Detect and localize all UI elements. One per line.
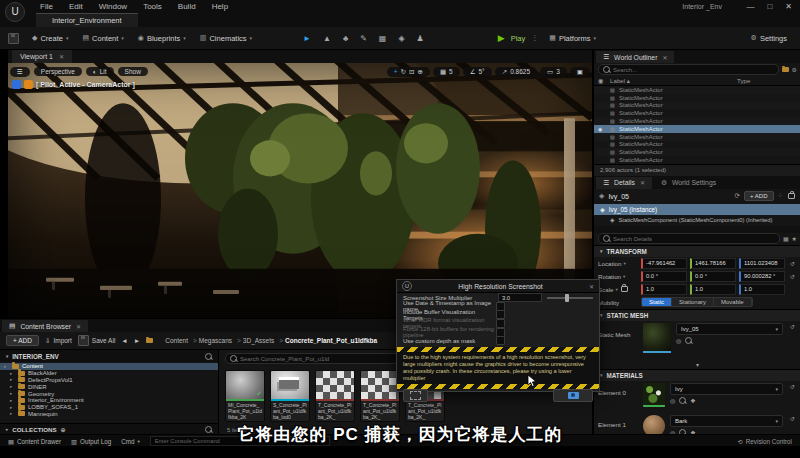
- location-x-field[interactable]: -47.961462: [641, 258, 687, 269]
- tab-level[interactable]: Interior_Environment: [36, 13, 138, 27]
- blueprints-button[interactable]: ◉Blueprints▾: [133, 32, 191, 45]
- platforms-button[interactable]: ▦Platforms▾: [544, 32, 601, 45]
- play-icon[interactable]: ▶: [498, 33, 505, 43]
- component-row-instance[interactable]: ◈Ivy_05 (Instance): [594, 204, 800, 215]
- section-transform[interactable]: ▾TRANSFORM: [594, 245, 800, 257]
- new-folder-icon[interactable]: [782, 67, 789, 72]
- mobility-option-button[interactable]: Movable: [714, 298, 752, 306]
- tab-viewport-1[interactable]: Viewport 1✕: [12, 50, 72, 63]
- add-button[interactable]: + ADD: [6, 335, 39, 346]
- menu-item[interactable]: Tools: [135, 2, 170, 11]
- cinematics-button[interactable]: ▥Cinematics▾: [195, 32, 257, 45]
- expander-icon[interactable]: ▸: [10, 405, 15, 410]
- lit-button[interactable]: ◐ Lit: [86, 67, 114, 76]
- import-button[interactable]: ⇩Import: [45, 337, 72, 345]
- save-icon[interactable]: [8, 33, 19, 44]
- reset-material-0-icon[interactable]: ↺: [788, 383, 797, 411]
- create-button[interactable]: ◆Create▾: [27, 32, 73, 45]
- menu-item[interactable]: File: [32, 2, 61, 11]
- content-button[interactable]: ▤Content▾: [77, 32, 128, 45]
- lock-icon[interactable]: [788, 193, 795, 199]
- tab-world-settings[interactable]: ⚙ World Settings: [654, 177, 723, 189]
- type-column-header[interactable]: Type: [737, 77, 797, 84]
- menu-item[interactable]: Edit: [61, 2, 91, 11]
- grid-snap-button[interactable]: ▦ 5: [433, 67, 460, 77]
- mesh-paint-mode-icon[interactable]: ✎: [360, 34, 367, 43]
- multiplier-slider[interactable]: [547, 297, 593, 299]
- label-column-header[interactable]: Label ▴: [610, 77, 737, 84]
- menu-item[interactable]: Window: [91, 2, 135, 11]
- tab-content-browser[interactable]: ▤ Content Browser✕: [2, 320, 88, 332]
- maximize-viewport-icon[interactable]: ▣: [570, 67, 590, 77]
- outliner-search-input[interactable]: Search...: [598, 64, 779, 75]
- S_Concrete_Plant_Pot_u1ldfkba_lod0[interactable]: S_Concrete_Plant_Pot_u1ldfkba_lod0: [270, 370, 310, 422]
- outliner-row[interactable]: ◉ ▧ Ivy_7 StaticMeshActor: [594, 148, 800, 156]
- checkbox[interactable]: [496, 319, 505, 328]
- static-mesh-dropdown[interactable]: Ivy_05▾: [676, 323, 783, 335]
- browse-icon[interactable]: [679, 397, 686, 404]
- expander-icon[interactable]: ▸: [10, 391, 15, 396]
- close-icon[interactable]: ✕: [59, 53, 64, 60]
- landscape-mode-icon[interactable]: ▲: [323, 34, 331, 43]
- breadcrumb-item[interactable]: Megascans: [199, 337, 241, 344]
- rotation-snap-button[interactable]: ∠ 5°: [463, 67, 492, 77]
- tree-folder-item[interactable]: ▸ Geometry: [0, 390, 218, 397]
- rotation-x-field[interactable]: 0.0 °: [641, 271, 687, 282]
- search-icon[interactable]: [205, 353, 212, 360]
- brush-edit-mode-icon[interactable]: ◈: [398, 34, 404, 43]
- tree-folder-item[interactable]: ▸ Content: [0, 363, 218, 370]
- edit-material-icon[interactable]: ❖: [690, 397, 695, 404]
- expander-icon[interactable]: ▸: [10, 411, 15, 416]
- outliner-row[interactable]: ◉ ▧ Ivy_5 StaticMeshActor: [594, 117, 800, 125]
- unreal-engine-logo-icon[interactable]: U: [5, 2, 25, 22]
- scale-lock-icon[interactable]: [621, 286, 628, 292]
- menu-item[interactable]: Help: [204, 2, 236, 11]
- component-row-staticmesh[interactable]: ◈StaticMeshComponent (StaticMeshComponen…: [594, 215, 800, 226]
- expand-advanced-icon[interactable]: ▾: [594, 361, 800, 369]
- viewport-options-icon[interactable]: ☰: [10, 67, 30, 77]
- slider-knob[interactable]: [565, 294, 569, 302]
- fracture-mode-icon[interactable]: ▦: [379, 34, 387, 43]
- T_Concrete_Plant_Pot_u1ldfkba_2K_[interactable]: T_Concrete_Plant_Pot_u1ldfkba_2K_: [360, 370, 400, 422]
- MI_Concrete_Plant_Pot_u1ldfkba_2K[interactable]: MI_Concrete_Plant_Pot_u1ldfkba_2K: [225, 370, 265, 422]
- save-all-button[interactable]: Save All: [78, 335, 116, 346]
- tree-header[interactable]: INTERIOR_ENV: [12, 353, 59, 360]
- add-component-button[interactable]: + ADD: [744, 191, 774, 201]
- minimize-button[interactable]: —: [746, 0, 754, 13]
- scale-tool-icon[interactable]: ⊡: [409, 68, 414, 76]
- tab-details[interactable]: ☰ Details✕: [596, 177, 652, 189]
- dialog-title-bar[interactable]: U High Resolution Screenshot ✕: [397, 280, 599, 293]
- expander-icon[interactable]: ▸: [10, 371, 15, 376]
- play-options-icon[interactable]: ⋮: [531, 34, 538, 42]
- T_Concrete_Plant_Pot_u1ldfkba_2K_[interactable]: T_Concrete_Plant_Pot_u1ldfkba_2K_: [315, 370, 355, 422]
- select-mode-icon[interactable]: ►: [303, 34, 311, 43]
- tree-folder-item[interactable]: ▸ LOBBY_SOFAS_1: [0, 404, 218, 411]
- browse-icon[interactable]: [685, 337, 692, 344]
- location-z-field[interactable]: 1101.023408: [739, 258, 785, 269]
- material-0-dropdown[interactable]: Ivy▾: [670, 383, 783, 395]
- breadcrumb-item[interactable]: Concrete_Plant_Pot_u1ldfkba: [285, 337, 377, 344]
- outliner-row[interactable]: ◉ ▧ Ivy_6 StaticMeshActor: [594, 133, 800, 141]
- expander-icon[interactable]: ▸: [10, 384, 15, 389]
- tree-folder-item[interactable]: ▸ Interior_Environment: [0, 397, 218, 404]
- eject-pilot-icon[interactable]: [12, 80, 21, 89]
- close-icon[interactable]: ✕: [640, 179, 645, 186]
- location-y-field[interactable]: 1461.78166: [690, 258, 736, 269]
- outliner-settings-icon[interactable]: ⚙: [792, 66, 797, 73]
- tree-folder-item[interactable]: ▸ Mannequin: [0, 411, 218, 418]
- menu-item[interactable]: Build: [170, 2, 204, 11]
- location-label[interactable]: Location▾: [598, 260, 638, 267]
- scale-y-field[interactable]: 1.0: [690, 284, 736, 295]
- tree-folder-item[interactable]: ▸ BlackAlder: [0, 370, 218, 377]
- reset-rotation-icon[interactable]: ↺: [788, 273, 797, 280]
- tab-world-outliner[interactable]: ☰ World Outliner✕: [596, 51, 674, 63]
- breadcrumb-item[interactable]: 3D_Assets: [243, 337, 283, 344]
- visibility-column-icon[interactable]: ◉: [598, 77, 610, 84]
- reset-static-mesh-icon[interactable]: ↺: [788, 323, 797, 359]
- use-selected-icon[interactable]: ◎: [676, 337, 681, 344]
- specify-region-button[interactable]: [403, 389, 428, 402]
- outliner-row[interactable]: ◉ ▧ Ivy_3 StaticMeshActor: [594, 86, 800, 94]
- rotation-y-field[interactable]: 0.0 °: [690, 271, 736, 282]
- refresh-icon[interactable]: ⟳: [735, 192, 740, 200]
- rotation-label[interactable]: Rotation▾: [598, 273, 638, 280]
